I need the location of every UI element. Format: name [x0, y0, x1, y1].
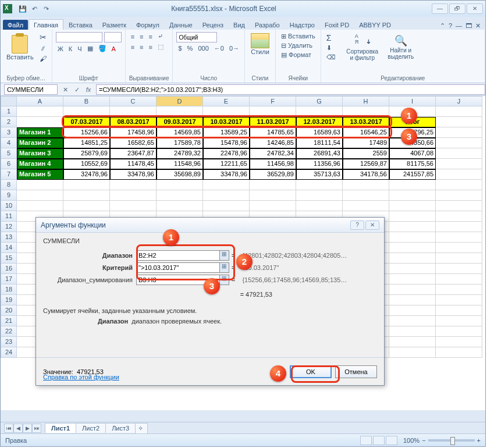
- cell[interactable]: 14785,65: [250, 127, 296, 138]
- cell[interactable]: [389, 316, 436, 326]
- cell[interactable]: [436, 264, 482, 274]
- undo-button[interactable]: ↶: [30, 4, 39, 13]
- cell[interactable]: 4350,66: [389, 138, 436, 148]
- cell[interactable]: [436, 295, 482, 305]
- cell[interactable]: [436, 180, 482, 190]
- cell[interactable]: [436, 253, 482, 264]
- cell[interactable]: [296, 106, 343, 117]
- row-header[interactable]: 11: [1, 211, 17, 222]
- tab-file[interactable]: Файл: [3, 20, 28, 30]
- align-bottom-button[interactable]: ≡: [147, 33, 154, 41]
- name-box[interactable]: [4, 84, 58, 95]
- cell[interactable]: Итог: [389, 117, 436, 127]
- cell[interactable]: [250, 106, 296, 117]
- clear-button[interactable]: ⌫: [325, 53, 337, 62]
- cell[interactable]: 15256,66: [63, 127, 110, 138]
- cell[interactable]: 16546,25: [343, 127, 389, 138]
- minimize-button[interactable]: —: [432, 3, 448, 14]
- align-middle-button[interactable]: ≡: [138, 33, 145, 41]
- cell[interactable]: [389, 326, 436, 337]
- currency-button[interactable]: $: [176, 44, 183, 52]
- formula-input[interactable]: [96, 84, 485, 95]
- cell[interactable]: [389, 243, 436, 253]
- cell[interactable]: Магазин 3: [17, 148, 63, 159]
- row-header[interactable]: 7: [1, 169, 17, 180]
- number-format-select[interactable]: [176, 32, 217, 42]
- cell[interactable]: [436, 159, 482, 169]
- cell[interactable]: 11548,96: [157, 159, 203, 169]
- ribbon-minimize-icon[interactable]: ⌃: [440, 22, 445, 30]
- cell[interactable]: 108796,25: [389, 127, 436, 138]
- tab-foxit[interactable]: Foxit PD: [320, 20, 354, 30]
- cell[interactable]: 81175,56: [389, 159, 436, 169]
- cell[interactable]: 14246,85: [250, 138, 296, 148]
- input-sumrange[interactable]: [136, 275, 229, 285]
- cell[interactable]: [203, 180, 250, 190]
- column-header[interactable]: F: [250, 96, 296, 106]
- formula-enter-button[interactable]: ✓: [72, 84, 82, 95]
- row-header[interactable]: 22: [1, 326, 17, 337]
- cell[interactable]: [436, 232, 482, 243]
- row-header[interactable]: 5: [1, 148, 17, 159]
- format-painter-button[interactable]: [38, 54, 48, 63]
- cell[interactable]: 36529,89: [250, 169, 296, 180]
- cell[interactable]: [63, 190, 110, 201]
- sheet-tab-3[interactable]: Лист3: [105, 423, 136, 433]
- cell[interactable]: [389, 211, 436, 222]
- fill-button[interactable]: ⬇: [325, 44, 337, 52]
- cell[interactable]: 14851,25: [63, 138, 110, 148]
- copy-button[interactable]: [38, 44, 48, 53]
- zoom-out-button[interactable]: −: [422, 437, 425, 444]
- italic-button[interactable]: К: [67, 45, 74, 53]
- cell[interactable]: [436, 106, 482, 117]
- cell[interactable]: [157, 180, 203, 190]
- row-header[interactable]: 13: [1, 232, 17, 243]
- font-face-select[interactable]: [56, 32, 102, 42]
- cell[interactable]: [436, 347, 482, 358]
- sheet-tab-1[interactable]: Лист1: [45, 423, 76, 433]
- cell[interactable]: [343, 106, 389, 117]
- cell[interactable]: 11478,45: [110, 159, 157, 169]
- ok-button[interactable]: OK: [290, 365, 332, 378]
- cell[interactable]: 07.03.2017: [63, 117, 110, 127]
- row-header[interactable]: 10: [1, 201, 17, 211]
- styles-button[interactable]: Стили: [248, 32, 272, 56]
- cell[interactable]: [250, 190, 296, 201]
- cell[interactable]: [343, 190, 389, 201]
- fill-color-button[interactable]: 🪣: [97, 44, 108, 53]
- comma-button[interactable]: 000: [196, 44, 210, 52]
- view-pagebreak-button[interactable]: [386, 436, 397, 445]
- cell[interactable]: [343, 201, 389, 211]
- new-sheet-button[interactable]: ✧: [135, 423, 148, 433]
- cell[interactable]: [389, 190, 436, 201]
- row-header[interactable]: 24: [1, 347, 17, 358]
- insert-function-button[interactable]: fx: [83, 84, 94, 95]
- cell[interactable]: 13.03.2017: [343, 117, 389, 127]
- tab-abbyy[interactable]: ABBYY PD: [354, 20, 396, 30]
- wrap-text-button[interactable]: ⤶: [156, 32, 165, 41]
- tab-dev[interactable]: Разрабо: [250, 20, 285, 30]
- row-header[interactable]: 1: [1, 106, 17, 117]
- dialog-close-button[interactable]: ✕: [365, 221, 379, 230]
- dialog-titlebar[interactable]: Аргументы функции ? ✕: [36, 218, 384, 233]
- cell[interactable]: 4067,08: [389, 148, 436, 159]
- cell[interactable]: 16582,65: [110, 138, 157, 148]
- tab-nav-next[interactable]: ▶: [23, 424, 32, 433]
- row-header[interactable]: 16: [1, 264, 17, 274]
- zoom-in-button[interactable]: +: [477, 437, 481, 444]
- row-header[interactable]: 20: [1, 305, 17, 316]
- formula-cancel-button[interactable]: ✕: [60, 84, 70, 95]
- align-center-button[interactable]: ≡: [138, 43, 145, 51]
- row-header[interactable]: 14: [1, 243, 17, 253]
- column-header[interactable]: C: [110, 96, 157, 106]
- row-header[interactable]: 21: [1, 316, 17, 326]
- cell[interactable]: [17, 117, 63, 127]
- tab-layout[interactable]: Разметк: [98, 20, 131, 30]
- increase-decimal-button[interactable]: ←0: [212, 44, 226, 52]
- cell[interactable]: [436, 117, 482, 127]
- cell[interactable]: Магазин 2: [17, 138, 63, 148]
- row-header[interactable]: 12: [1, 222, 17, 232]
- input-range[interactable]: [136, 250, 229, 261]
- font-color-button[interactable]: A: [110, 45, 118, 53]
- cell[interactable]: 25879,69: [63, 148, 110, 159]
